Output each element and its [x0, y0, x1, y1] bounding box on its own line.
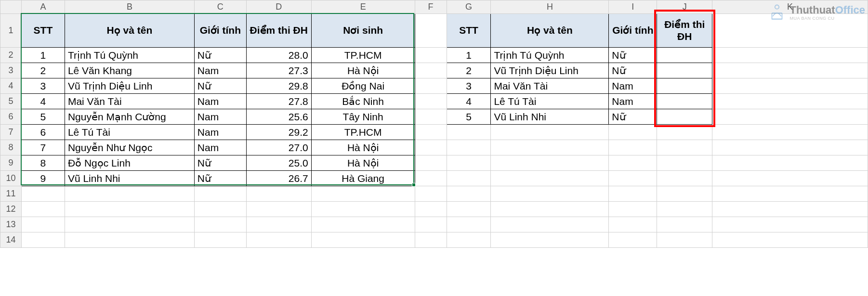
cell-E4[interactable]: Đồng Nai — [311, 78, 415, 94]
cell-A13[interactable] — [21, 217, 65, 232]
cell-G4[interactable]: 3 — [447, 78, 491, 94]
col-header-h[interactable]: H — [491, 0, 609, 14]
row-header-11[interactable]: 11 — [0, 186, 22, 202]
cell-E3[interactable]: Hà Nội — [311, 63, 415, 78]
cell-H12[interactable] — [491, 202, 609, 217]
cell-J13[interactable] — [657, 217, 712, 232]
cell-K11[interactable] — [712, 186, 868, 202]
cell-J2[interactable] — [657, 48, 712, 63]
cell-H13[interactable] — [491, 217, 609, 232]
cell-C2[interactable]: Nữ — [194, 48, 246, 63]
cell-A7[interactable]: 6 — [21, 125, 65, 140]
cell-G2[interactable]: 1 — [447, 48, 491, 63]
cell-A6[interactable]: 5 — [21, 109, 65, 125]
row-header-7[interactable]: 7 — [0, 125, 22, 140]
cell-J10[interactable] — [657, 171, 712, 186]
cell-F7[interactable] — [415, 125, 447, 140]
cell-D4[interactable]: 29.8 — [246, 78, 311, 94]
select-all-corner[interactable] — [0, 0, 22, 14]
cell-H4[interactable]: Mai Văn Tài — [491, 78, 609, 94]
cell-D6[interactable]: 25.6 — [246, 109, 311, 125]
cell-F9[interactable] — [415, 155, 447, 171]
cell-D10[interactable]: 26.7 — [246, 171, 311, 186]
cell-C3[interactable]: Nam — [194, 63, 246, 78]
cell-H6[interactable]: Vũ Linh Nhi — [491, 109, 609, 125]
cell-G3[interactable]: 2 — [447, 63, 491, 78]
cell-E7[interactable]: TP.HCM — [311, 125, 415, 140]
cell-C6[interactable]: Nam — [194, 109, 246, 125]
col-header-i[interactable]: I — [609, 0, 657, 14]
cell-E5[interactable]: Bắc Ninh — [311, 94, 415, 109]
cell-C8[interactable]: Nam — [194, 140, 246, 155]
cell-I5[interactable]: Nam — [609, 94, 657, 109]
t1-header-1[interactable]: Họ và tên — [65, 14, 194, 48]
cell-G10[interactable] — [447, 171, 491, 186]
cell-D2[interactable]: 28.0 — [246, 48, 311, 63]
t2-header-3[interactable]: Điểm thi ĐH — [657, 14, 712, 48]
row-header-8[interactable]: 8 — [0, 140, 22, 155]
cell-J7[interactable] — [657, 125, 712, 140]
cell-A9[interactable]: 8 — [21, 155, 65, 171]
row-header-13[interactable]: 13 — [0, 217, 22, 232]
cell-F4[interactable] — [415, 78, 447, 94]
cell-I14[interactable] — [609, 232, 657, 248]
cell-C12[interactable] — [194, 202, 246, 217]
t2-header-1[interactable]: Họ và tên — [491, 14, 609, 48]
col-header-b[interactable]: B — [65, 0, 194, 14]
cell-K3[interactable] — [712, 63, 868, 78]
cell-H14[interactable] — [491, 232, 609, 248]
cell-B8[interactable]: Nguyễn Như Ngọc — [65, 140, 194, 155]
col-header-f[interactable]: F — [415, 0, 447, 14]
cell-F5[interactable] — [415, 94, 447, 109]
cell-D11[interactable] — [246, 186, 311, 202]
cell-H9[interactable] — [491, 155, 609, 171]
cell-H11[interactable] — [491, 186, 609, 202]
col-header-j[interactable]: J — [657, 0, 712, 14]
cell-C5[interactable]: Nam — [194, 94, 246, 109]
cell-E6[interactable]: Tây Ninh — [311, 109, 415, 125]
cell-I9[interactable] — [609, 155, 657, 171]
cell-I3[interactable]: Nữ — [609, 63, 657, 78]
cell-I2[interactable]: Nữ — [609, 48, 657, 63]
cell-F6[interactable] — [415, 109, 447, 125]
cell-B4[interactable]: Vũ Trịnh Diệu Linh — [65, 78, 194, 94]
cell-I6[interactable]: Nữ — [609, 109, 657, 125]
cell-C7[interactable]: Nam — [194, 125, 246, 140]
cell-G6[interactable]: 5 — [447, 109, 491, 125]
row-header-2[interactable]: 2 — [0, 48, 22, 63]
cell-D8[interactable]: 27.0 — [246, 140, 311, 155]
cell-E9[interactable]: Hà Nội — [311, 155, 415, 171]
cell-J4[interactable] — [657, 78, 712, 94]
cell-B11[interactable] — [65, 186, 194, 202]
cell-K4[interactable] — [712, 78, 868, 94]
cell-E13[interactable] — [311, 217, 415, 232]
cell-G13[interactable] — [447, 217, 491, 232]
cell-F13[interactable] — [415, 217, 447, 232]
cell-J8[interactable] — [657, 140, 712, 155]
cell-E10[interactable]: Hà Giang — [311, 171, 415, 186]
cell-C4[interactable]: Nữ — [194, 78, 246, 94]
cell-J3[interactable] — [657, 63, 712, 78]
cell-D7[interactable]: 29.2 — [246, 125, 311, 140]
cell-B7[interactable]: Lê Tú Tài — [65, 125, 194, 140]
cell-A10[interactable]: 9 — [21, 171, 65, 186]
cell-H8[interactable] — [491, 140, 609, 155]
cell-A11[interactable] — [21, 186, 65, 202]
t2-header-0[interactable]: STT — [447, 14, 491, 48]
col-header-c[interactable]: C — [194, 0, 246, 14]
row-header-1[interactable]: 1 — [0, 14, 22, 48]
cell-K1[interactable] — [712, 14, 868, 48]
row-header-4[interactable]: 4 — [0, 78, 22, 94]
cell-C10[interactable]: Nữ — [194, 171, 246, 186]
cell-H3[interactable]: Vũ Trịnh Diệu Linh — [491, 63, 609, 78]
cell-J5[interactable] — [657, 94, 712, 109]
cell-K2[interactable] — [712, 48, 868, 63]
cell-J11[interactable] — [657, 186, 712, 202]
cell-J9[interactable] — [657, 155, 712, 171]
cell-G7[interactable] — [447, 125, 491, 140]
cell-F1[interactable] — [415, 14, 447, 48]
cell-D3[interactable]: 27.3 — [246, 63, 311, 78]
row-header-10[interactable]: 10 — [0, 171, 22, 186]
row-header-14[interactable]: 14 — [0, 232, 22, 248]
cell-H7[interactable] — [491, 125, 609, 140]
